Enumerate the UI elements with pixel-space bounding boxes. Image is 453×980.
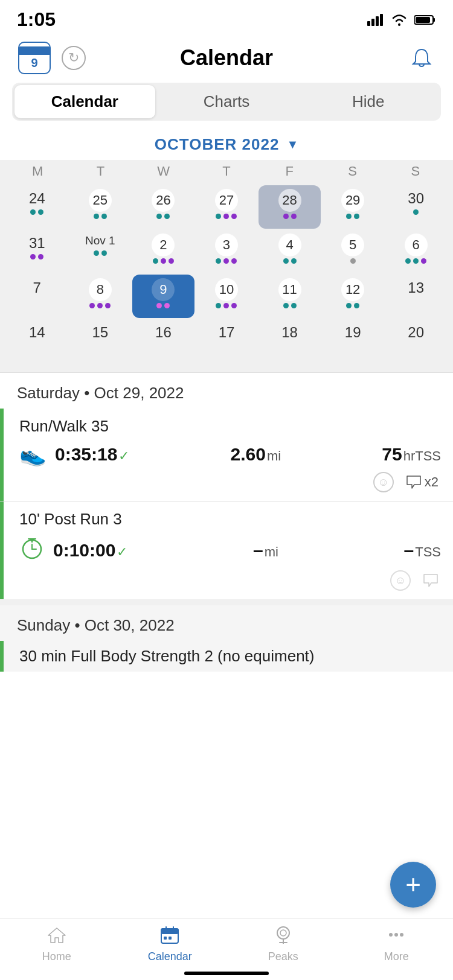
header: 9 ↻ Calendar xyxy=(0,36,453,83)
cal-day-31[interactable]: 31 xyxy=(6,230,68,273)
svg-point-25 xyxy=(400,933,403,937)
chevron-down-icon: ▼ xyxy=(286,138,298,151)
svg-rect-1 xyxy=(371,19,374,26)
strength-title: 30 min Full Body Strength 2 (no equiment… xyxy=(19,647,441,666)
cal-day-14[interactable]: 14 xyxy=(6,319,68,363)
signal-icon xyxy=(367,14,384,26)
run-walk-stats: 👟 0:35:18 ✓ 2.60 mi 75 hrTSS xyxy=(19,442,441,467)
home-icon xyxy=(47,926,66,948)
cal-day-12[interactable]: 12 xyxy=(322,275,384,318)
cal-day-3[interactable]: 3 xyxy=(196,230,258,273)
post-run-smiley[interactable]: ☺ xyxy=(390,570,411,591)
post-run-stat-group: 0:10:00 ✓ – mi – TSS xyxy=(53,540,441,561)
svg-point-24 xyxy=(394,933,398,937)
status-icons xyxy=(367,13,436,27)
day-section-saturday: Saturday • Oct 29, 2022 xyxy=(0,373,453,409)
cal-day-6[interactable]: 6 xyxy=(385,230,447,273)
cal-day-26[interactable]: 26 xyxy=(132,185,194,229)
cal-day-10[interactable]: 10 xyxy=(196,275,258,318)
svg-point-19 xyxy=(277,927,289,939)
post-run-stats: 0:10:00 ✓ – mi – TSS xyxy=(19,535,441,565)
cal-day-17[interactable]: 17 xyxy=(196,319,258,363)
post-run-title: 10' Post Run 3 xyxy=(19,510,441,529)
cal-day-29[interactable]: 29 xyxy=(322,185,384,229)
nav-item-home[interactable]: Home xyxy=(27,926,87,963)
comment-icon[interactable]: x2 xyxy=(406,474,439,490)
saturday-label: Saturday • Oct 29, 2022 xyxy=(17,384,184,402)
battery-icon xyxy=(414,14,436,25)
run-meta: ☺ x2 xyxy=(19,472,441,492)
section-divider xyxy=(0,599,453,605)
cal-day-16[interactable]: 16 xyxy=(132,319,194,363)
tab-hide[interactable]: Hide xyxy=(298,85,439,118)
cal-day-19[interactable]: 19 xyxy=(322,319,384,363)
post-run-duration: 0:10:00 ✓ xyxy=(53,540,127,561)
svg-point-20 xyxy=(280,930,286,936)
activity-run-walk[interactable]: Run/Walk 35 👟 0:35:18 ✓ 2.60 mi 75 hrTSS… xyxy=(0,409,453,501)
more-icon xyxy=(387,926,406,948)
status-time: 1:05 xyxy=(17,8,56,31)
calendar-grid: 24 25 26 27 28 29 30 31 xyxy=(6,185,447,363)
smiley-icon[interactable]: ☺ xyxy=(373,472,394,492)
calendar-date-icon[interactable]: 9 xyxy=(18,42,51,74)
month-header[interactable]: OCTOBER 2022 ▼ xyxy=(0,127,453,160)
day-header-m: M xyxy=(6,160,69,183)
cal-day-nov1[interactable]: Nov 1 xyxy=(69,230,132,273)
cal-day-27[interactable]: 27 xyxy=(196,185,258,229)
run-icon: 👟 xyxy=(19,442,47,467)
day-header-s2: S xyxy=(384,160,447,183)
add-button[interactable]: + xyxy=(390,862,436,908)
sunday-label: Sunday • Oct 30, 2022 xyxy=(17,616,175,634)
header-left: 9 ↻ xyxy=(18,42,86,74)
refresh-icon[interactable]: ↻ xyxy=(62,46,86,70)
activity-strength[interactable]: 30 min Full Body Strength 2 (no equiment… xyxy=(0,641,453,672)
run-walk-title: Run/Walk 35 xyxy=(19,417,441,436)
svg-point-23 xyxy=(389,933,393,937)
cal-day-5[interactable]: 5 xyxy=(322,230,384,273)
calendar-wrapper: M T W T F S S 24 25 26 27 28 29 xyxy=(0,160,453,372)
cal-day-9[interactable]: 9 xyxy=(132,275,194,318)
nav-item-calendar[interactable]: Calendar xyxy=(140,926,200,963)
cal-icon-top xyxy=(19,46,50,55)
nav-item-peaks[interactable]: Peaks xyxy=(253,926,313,963)
bottom-nav: Home Calendar Peaks xyxy=(0,918,453,980)
cal-day-15[interactable]: 15 xyxy=(69,319,132,363)
day-header-w: W xyxy=(132,160,195,183)
day-headers: M T W T F S S xyxy=(6,160,447,183)
calendar-nav-label: Calendar xyxy=(148,950,192,963)
month-label: OCTOBER 2022 xyxy=(155,135,280,154)
cal-day-28[interactable]: 28 xyxy=(259,185,321,229)
cal-day-18[interactable]: 18 xyxy=(259,319,321,363)
bell-icon[interactable] xyxy=(408,45,435,71)
day-header-s1: S xyxy=(321,160,384,183)
cal-day-7[interactable]: 7 xyxy=(6,275,68,318)
home-indicator xyxy=(184,972,269,975)
wifi-icon xyxy=(390,13,408,27)
cal-icon-num: 9 xyxy=(31,56,37,70)
cal-day-30[interactable]: 30 xyxy=(385,185,447,229)
svg-rect-0 xyxy=(367,21,370,26)
svg-rect-18 xyxy=(169,937,172,940)
cal-day-24[interactable]: 24 xyxy=(6,185,68,229)
post-run-distance: – mi xyxy=(253,540,278,561)
cal-day-20[interactable]: 20 xyxy=(385,319,447,363)
run-duration: 0:35:18 ✓ xyxy=(55,444,129,465)
svg-rect-7 xyxy=(416,17,430,23)
cal-day-13[interactable]: 13 xyxy=(385,275,447,318)
nav-item-more[interactable]: More xyxy=(366,926,426,963)
tab-charts[interactable]: Charts xyxy=(156,85,297,118)
post-run-comment[interactable] xyxy=(423,573,439,588)
cal-day-2[interactable]: 2 xyxy=(132,230,194,273)
timer-icon xyxy=(19,535,45,565)
day-header-t1: T xyxy=(69,160,132,183)
activity-post-run[interactable]: 10' Post Run 3 0:10:00 ✓ – mi – TSS xyxy=(0,501,453,599)
cal-day-8[interactable]: 8 xyxy=(69,275,132,318)
cal-day-4[interactable]: 4 xyxy=(259,230,321,273)
svg-point-4 xyxy=(398,24,400,26)
peaks-icon xyxy=(274,926,293,948)
svg-rect-2 xyxy=(376,16,379,26)
run-tss: 75 hrTSS xyxy=(382,444,441,465)
cal-day-25[interactable]: 25 xyxy=(69,185,132,229)
tab-calendar[interactable]: Calendar xyxy=(14,85,155,118)
cal-day-11[interactable]: 11 xyxy=(259,275,321,318)
